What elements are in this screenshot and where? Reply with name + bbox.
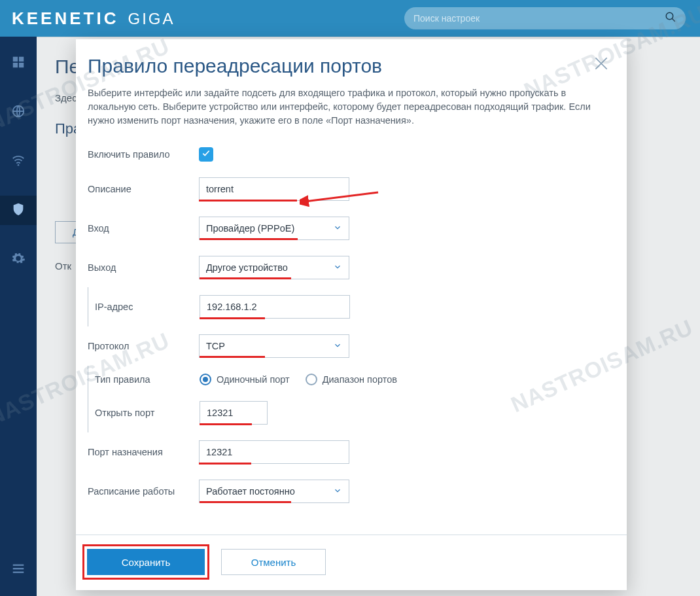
nav-menu[interactable]: [0, 555, 37, 584]
output-select[interactable]: Другое устройство: [199, 256, 349, 279]
cancel-button[interactable]: Отменить: [221, 549, 326, 575]
label-output: Выход: [88, 262, 199, 273]
nav-settings[interactable]: [0, 245, 37, 274]
radio-port-range[interactable]: Диапазон портов: [306, 374, 397, 385]
nav-security[interactable]: [0, 196, 37, 225]
output-select-value: Другое устройство: [206, 262, 288, 273]
close-icon: [593, 63, 610, 74]
hamburger-icon: [11, 561, 26, 578]
side-nav: [0, 37, 37, 596]
search-box[interactable]: [404, 7, 686, 29]
brand-sub: GIGA: [128, 10, 175, 28]
radio-range-label: Диапазон портов: [323, 374, 397, 385]
label-ip: IP-адрес: [88, 302, 200, 312]
protocol-select-value: TCP: [206, 341, 225, 351]
chevron-down-icon: [333, 262, 342, 273]
label-dst-port: Порт назначения: [88, 447, 199, 457]
modal-description: Выберите интерфейс или задайте подсеть д…: [76, 84, 627, 137]
label-description: Описание: [88, 184, 199, 194]
nav-internet[interactable]: [0, 97, 37, 127]
enable-checkbox[interactable]: [199, 147, 213, 162]
globe-icon: [11, 104, 26, 121]
nav-wifi[interactable]: [0, 147, 37, 176]
brand-logo: KEENETIC GIGA: [12, 9, 175, 29]
protocol-select[interactable]: TCP: [199, 334, 349, 358]
save-button[interactable]: Сохранить: [87, 549, 205, 575]
label-enable: Включить правило: [88, 149, 199, 160]
label-open-port: Открыть порт: [88, 408, 200, 418]
svg-point-0: [666, 12, 673, 20]
svg-rect-9: [13, 568, 24, 569]
search-icon[interactable]: [665, 11, 676, 26]
svg-rect-3: [19, 56, 24, 61]
svg-line-1: [672, 18, 675, 22]
modal-port-forward: Правило переадресации портов Выберите ин…: [76, 39, 627, 590]
label-input: Вход: [88, 223, 199, 234]
schedule-select[interactable]: Работает постоянно: [199, 480, 349, 503]
schedule-select-value: Работает постоянно: [206, 486, 295, 497]
svg-rect-10: [13, 571, 24, 572]
wifi-icon: [11, 153, 26, 170]
search-input[interactable]: [413, 13, 665, 24]
save-highlight-box: Сохранить: [82, 544, 209, 580]
modal-footer: Сохранить Отменить: [76, 535, 627, 590]
ip-input[interactable]: [200, 295, 350, 319]
label-rule-type: Тип правила: [88, 374, 200, 385]
check-icon: [201, 149, 211, 160]
chevron-down-icon: [333, 223, 342, 234]
svg-rect-4: [13, 62, 18, 67]
svg-point-7: [18, 164, 20, 166]
svg-rect-2: [13, 56, 18, 61]
top-bar: KEENETIC GIGA: [0, 0, 700, 37]
close-button[interactable]: [593, 55, 610, 75]
label-protocol: Протокол: [88, 341, 199, 351]
label-schedule: Расписание работы: [88, 486, 199, 497]
open-port-input[interactable]: [200, 401, 268, 425]
radio-single-port[interactable]: Одиночный порт: [200, 374, 290, 385]
nav-dashboard[interactable]: [0, 48, 37, 78]
input-select-value: Провайдер (PPPoE): [206, 223, 294, 234]
input-select[interactable]: Провайдер (PPPoE): [199, 217, 349, 240]
radio-single-label: Одиночный порт: [217, 374, 290, 385]
svg-rect-8: [13, 564, 24, 565]
chevron-down-icon: [333, 341, 342, 352]
description-input[interactable]: [199, 177, 349, 201]
modal-form: Включить правило Описание Вход Провайдер…: [76, 137, 627, 511]
grid-icon: [11, 55, 26, 72]
shield-icon: [11, 202, 26, 219]
brand-main: KEENETIC: [12, 9, 118, 29]
chevron-down-icon: [333, 486, 342, 497]
gear-icon: [11, 251, 26, 268]
svg-rect-5: [19, 62, 24, 67]
modal-title: Правило переадресации портов: [88, 55, 382, 77]
dst-port-input[interactable]: [199, 440, 349, 464]
